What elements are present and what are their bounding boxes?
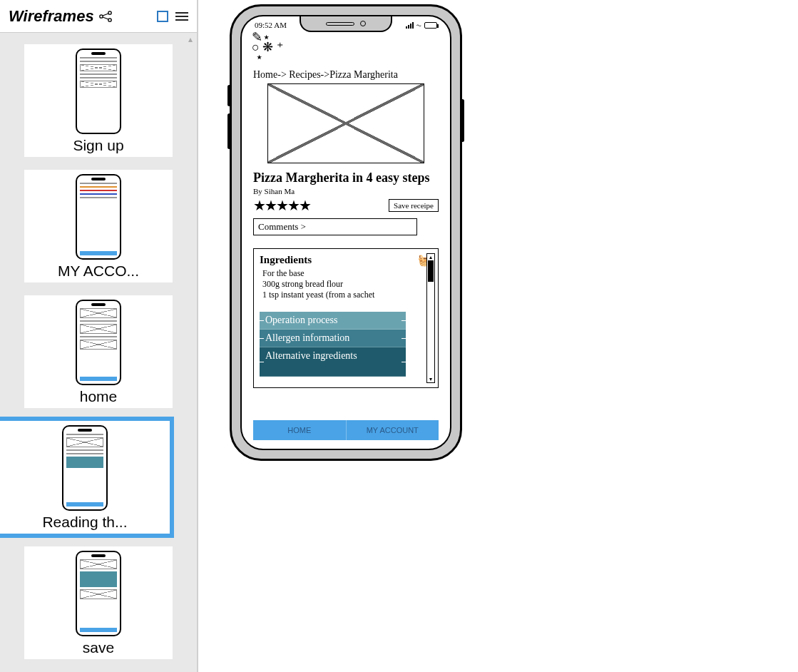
rating-stars[interactable]: ★★★★★ xyxy=(253,197,310,214)
ingredients-panel: Ingredients 🧺 For the base 300g strong b… xyxy=(253,248,439,388)
svg-line-3 xyxy=(103,14,108,16)
recipe-title: Pizza Margherita in 4 easy steps xyxy=(253,170,439,185)
ingredient-line: 300g strong bread flour xyxy=(262,279,429,290)
comments-button[interactable]: Comments > xyxy=(253,218,417,235)
ingredients-scrollbar[interactable]: ▴ ▾ xyxy=(426,253,435,383)
phone-volume-down xyxy=(227,113,231,149)
nav-my-account[interactable]: MY ACCOUNT xyxy=(346,420,439,440)
signal-icon xyxy=(406,22,414,29)
design-canvas[interactable]: 09:52 AM ⏦ ✎⋆○ ❋ ⁺ ⋆ Home-> Recipes->Piz… xyxy=(198,0,798,672)
svg-point-0 xyxy=(99,14,102,17)
sidebar-header: Wireframes xyxy=(0,0,197,33)
phone-notch xyxy=(300,16,392,32)
accordion-alternative-ingredients[interactable]: Alternative ingredients xyxy=(260,347,406,377)
scroll-up-icon[interactable]: ▴ xyxy=(427,254,434,260)
sidebar-title-text: Wireframes xyxy=(9,7,94,26)
thumb-label: Sign up xyxy=(29,137,168,154)
recipe-accordion: Operation process Allergen information A… xyxy=(260,312,406,377)
breadcrumb[interactable]: Home-> Recipes->Pizza Margherita xyxy=(253,69,439,81)
hamburger-icon[interactable] xyxy=(175,12,188,21)
nav-home[interactable]: HOME xyxy=(253,420,346,440)
camera-icon xyxy=(360,21,366,26)
thumb-label: home xyxy=(29,388,168,405)
accordion-allergen-info[interactable]: Allergen information xyxy=(260,330,406,347)
thumb-label: Reading th... xyxy=(4,514,165,531)
wireframe-thumb-list[interactable]: Sign up MY ACCO... xyxy=(0,33,197,672)
status-time: 09:52 AM xyxy=(255,21,287,29)
ingredient-line: For the base xyxy=(262,268,429,279)
phone-screen: 09:52 AM ⏦ ✎⋆○ ❋ ⁺ ⋆ Home-> Recipes->Piz… xyxy=(240,15,451,450)
wireframe-thumb-save[interactable]: save xyxy=(24,546,173,659)
scroll-down-icon[interactable]: ▾ xyxy=(427,376,434,382)
recipe-image-placeholder xyxy=(267,83,424,163)
battery-icon xyxy=(424,22,437,29)
share-icon xyxy=(98,10,114,23)
ingredient-line: 1 tsp instant yeast (from a sachet xyxy=(262,290,429,300)
wireframes-sidebar: Wireframes ▴ xyxy=(0,0,198,672)
wifi-icon: ⏦ xyxy=(416,21,421,29)
wireframe-thumb-home[interactable]: home xyxy=(24,295,173,408)
phone-mockup-frame: 09:52 AM ⏦ ✎⋆○ ❋ ⁺ ⋆ Home-> Recipes->Piz… xyxy=(230,4,462,461)
ingredients-title: Ingredients xyxy=(260,254,312,266)
wireframe-thumb-reading[interactable]: Reading th... xyxy=(0,421,170,534)
thumb-label: MY ACCO... xyxy=(29,263,168,280)
svg-point-2 xyxy=(108,18,111,21)
svg-line-4 xyxy=(103,17,108,19)
save-recipe-button[interactable]: Save receipe xyxy=(389,199,439,212)
app-logo-icon: ✎⋆○ ❋ ⁺ ⋆ xyxy=(252,32,284,62)
svg-point-1 xyxy=(108,11,111,14)
phone-volume-up xyxy=(227,85,231,106)
sidebar-title: Wireframes xyxy=(9,7,114,26)
speaker-icon xyxy=(326,22,354,26)
thumb-label: save xyxy=(29,639,168,656)
phone-power-button xyxy=(461,99,464,142)
wireframe-thumb-signup[interactable]: Sign up xyxy=(24,44,173,157)
ingredients-body: For the base 300g strong bread flour 1 t… xyxy=(260,267,432,305)
bottom-nav: HOME MY ACCOUNT xyxy=(253,420,439,440)
wireframe-thumb-myaccount[interactable]: MY ACCO... xyxy=(24,170,173,282)
sidebar-header-icons xyxy=(157,11,188,22)
recipe-author: By Sihan Ma xyxy=(253,187,439,195)
accordion-operation-process[interactable]: Operation process xyxy=(260,312,406,330)
maximize-icon[interactable] xyxy=(157,11,168,22)
